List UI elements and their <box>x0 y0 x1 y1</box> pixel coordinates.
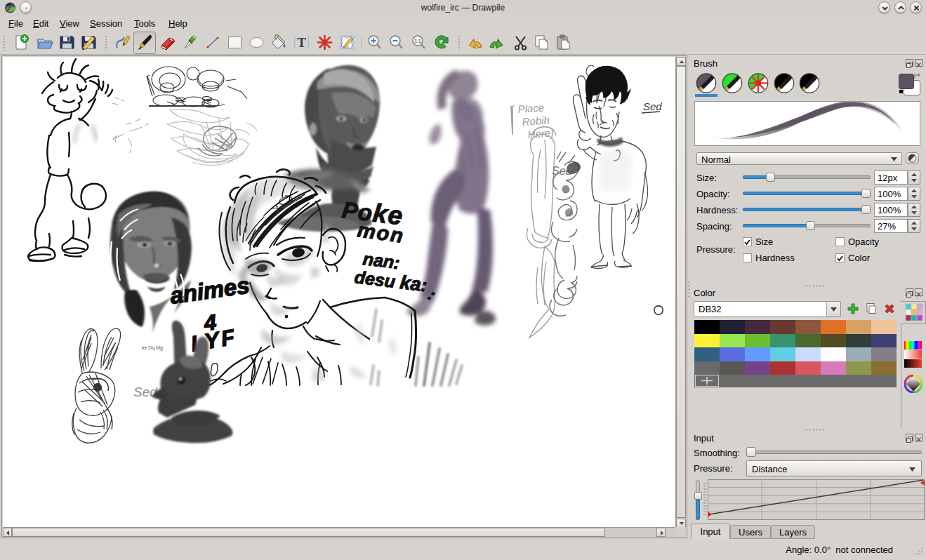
svg-text:T: T <box>297 35 306 50</box>
svg-text:Robih: Robih <box>522 114 550 128</box>
svg-text:Sed: Sed <box>552 165 573 177</box>
svg-text:Place: Place <box>517 101 545 115</box>
svg-text:desu ka:: desu ka: <box>353 266 428 295</box>
svg-text:ke Dq Mg: ke Dq Mg <box>142 345 163 351</box>
svg-text:Sed: Sed <box>643 100 662 112</box>
svg-text:1:1: 1:1 <box>414 39 421 44</box>
